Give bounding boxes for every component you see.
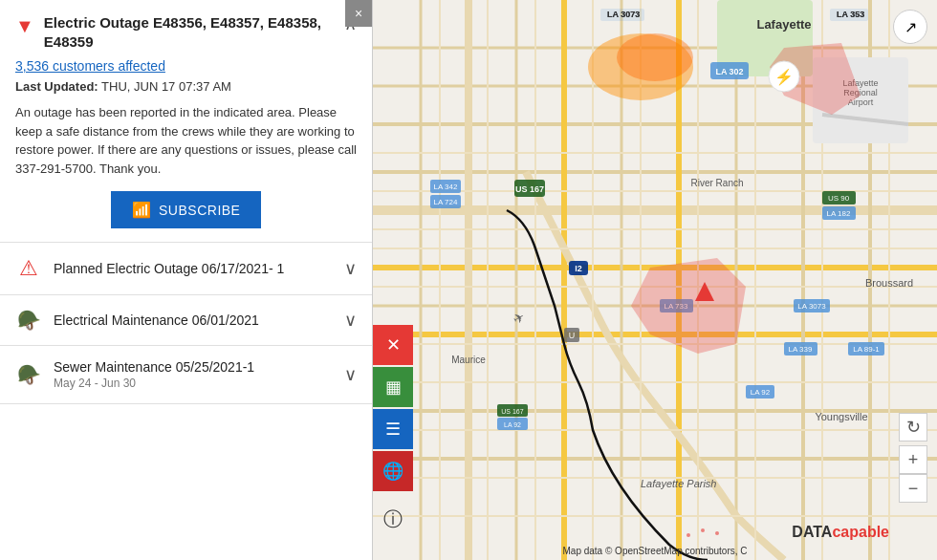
map-svg: Lafayette Regional Airport Lafayette Bro… — [373, 0, 937, 560]
sewer-maintenance-content: Sewer Maintenance 05/25/2021-1 May 24 - … — [54, 359, 333, 390]
svg-text:US 167: US 167 — [501, 408, 523, 415]
svg-point-97 — [715, 531, 719, 535]
outage-detail-header: ▼ Electric Outage E48356, E48357, E48358… — [15, 13, 357, 51]
zoom-refresh-button[interactable]: ↻ — [899, 413, 927, 442]
close-button[interactable]: × — [345, 0, 372, 27]
outage-detail-panel: ▼ Electric Outage E48356, E48357, E48358… — [0, 0, 372, 243]
map-attribution: Map data © OpenStreetMap contributors, C — [562, 546, 747, 556]
zoom-out-button[interactable]: − — [899, 474, 927, 503]
subscribe-label: SUBSCRIBE — [159, 203, 240, 218]
layers-tool-button[interactable]: ☰ — [373, 409, 413, 449]
svg-text:Lafayette Parish: Lafayette Parish — [641, 478, 717, 489]
data-logo-part: DATA — [792, 524, 832, 540]
svg-text:Maurice: Maurice — [451, 355, 486, 365]
subscribe-button[interactable]: 📶 SUBSCRIBE — [111, 191, 262, 228]
svg-text:LA 339: LA 339 — [789, 345, 813, 354]
outage-title: Electric Outage E48356, E48357, E48358, … — [44, 13, 337, 51]
last-updated-row: Last Updated: THU, JUN 17 07:37 AM — [15, 79, 357, 94]
svg-text:LA 342: LA 342 — [434, 183, 458, 191]
sidebar: × ▼ Electric Outage E48356, E48357, E483… — [0, 0, 373, 560]
sewer-maintenance-icon: 🪖 — [15, 363, 42, 386]
chevron-down-icon: ∨ — [344, 310, 357, 331]
datacapable-logo: DATAcapable — [792, 524, 889, 541]
chevron-down-icon: ∨ — [344, 258, 357, 279]
share-button[interactable]: ↗ — [893, 10, 927, 44]
list-item[interactable]: 🪖 Sewer Maintenance 05/25/2021-1 May 24 … — [0, 346, 372, 404]
svg-text:U: U — [569, 331, 576, 340]
svg-text:Lafayette: Lafayette — [756, 17, 811, 32]
svg-text:US 167: US 167 — [515, 184, 544, 194]
list-item[interactable]: ⚠ Planned Electric Outage 06/17/2021- 1 … — [0, 243, 372, 295]
planned-outage-icon: ⚠ — [15, 256, 42, 281]
outage-title-row: ▼ Electric Outage E48356, E48357, E48358… — [15, 13, 337, 51]
svg-point-87 — [617, 33, 693, 81]
electric-outage-icon: ▼ — [15, 15, 34, 37]
svg-text:LA 182: LA 182 — [827, 209, 851, 218]
svg-text:LA 92: LA 92 — [751, 388, 771, 397]
map-toolbar: ✕ ▦ ☰ 🌐 — [373, 325, 413, 493]
bell-icon: 📶 — [132, 201, 152, 219]
electrical-maintenance-icon: 🪖 — [15, 309, 42, 332]
svg-text:I2: I2 — [575, 264, 582, 273]
svg-text:LA 3073: LA 3073 — [607, 10, 640, 19]
customers-affected-link[interactable]: 3,536 customers affected — [15, 58, 357, 74]
electrical-maintenance-content: Electrical Maintenance 06/01/2021 — [54, 312, 333, 328]
close-icon: × — [355, 6, 362, 21]
last-updated-label: Last Updated: — [15, 79, 98, 94]
svg-text:LA 353: LA 353 — [837, 10, 864, 19]
capable-logo-part: capable — [832, 524, 889, 540]
info-button[interactable]: ⓘ — [373, 499, 413, 539]
svg-text:LA 302: LA 302 — [715, 67, 743, 76]
last-updated-value: THU, JUN 17 07:37 AM — [101, 79, 231, 94]
svg-text:US 90: US 90 — [828, 194, 850, 203]
chevron-down-icon: ∨ — [344, 364, 357, 385]
close-map-tool-button[interactable]: ✕ — [373, 325, 413, 365]
svg-text:Youngsville: Youngsville — [815, 411, 867, 422]
svg-point-95 — [686, 533, 690, 537]
planned-outage-content: Planned Electric Outage 06/17/2021- 1 — [54, 261, 333, 276]
svg-text:LA 3073: LA 3073 — [797, 302, 826, 311]
globe-tool-button[interactable]: 🌐 — [373, 451, 413, 491]
sewer-maintenance-subtitle: May 24 - Jun 30 — [54, 377, 333, 390]
planned-outage-title: Planned Electric Outage 06/17/2021- 1 — [54, 261, 333, 276]
zoom-in-button[interactable]: + — [899, 445, 927, 474]
sewer-maintenance-title: Sewer Maintenance 05/25/2021-1 — [54, 359, 333, 375]
svg-point-96 — [701, 528, 705, 532]
svg-text:Broussard: Broussard — [865, 277, 913, 289]
svg-text:River Ranch: River Ranch — [690, 178, 743, 188]
svg-text:⚡: ⚡ — [774, 68, 794, 86]
svg-text:LA 89-1: LA 89-1 — [853, 345, 880, 354]
list-item[interactable]: 🪖 Electrical Maintenance 06/01/2021 ∨ — [0, 295, 372, 346]
grid-tool-button[interactable]: ▦ — [373, 367, 413, 407]
svg-text:LA 724: LA 724 — [434, 198, 458, 206]
share-icon: ↗ — [904, 18, 917, 36]
outage-description: An outage has been reported in the indic… — [15, 103, 357, 178]
svg-text:LA 92: LA 92 — [504, 421, 521, 428]
zoom-controls: ↻ + − — [899, 413, 927, 503]
electrical-maintenance-title: Electrical Maintenance 06/01/2021 — [54, 312, 333, 328]
map-area[interactable]: Lafayette Regional Airport Lafayette Bro… — [373, 0, 937, 560]
